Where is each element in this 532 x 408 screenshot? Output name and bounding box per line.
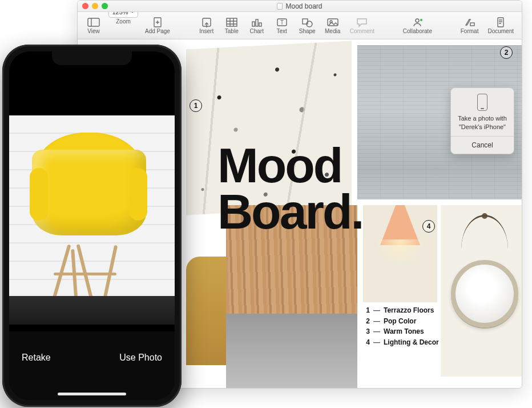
document-icon xyxy=(277,3,283,10)
board-heading[interactable]: Mood Board. xyxy=(217,142,362,235)
continuity-camera-popover: Take a photo with "Derek's iPhone" Cance… xyxy=(450,87,514,154)
image-mirror[interactable] xyxy=(441,205,522,377)
window-titlebar[interactable]: Mood board xyxy=(78,1,522,12)
sidebar-icon xyxy=(87,17,100,27)
text-icon: T xyxy=(276,17,288,27)
use-photo-button[interactable]: Use Photo xyxy=(119,353,162,363)
notch xyxy=(52,51,132,65)
cancel-button[interactable]: Cancel xyxy=(454,137,510,154)
iphone-screen: Retake Use Photo xyxy=(9,51,175,400)
phone-icon xyxy=(477,94,487,111)
svg-text:T: T xyxy=(280,19,284,26)
add-page-icon xyxy=(151,17,164,27)
image-fur-throw[interactable] xyxy=(226,314,357,388)
camera-action-bar: Retake Use Photo xyxy=(9,331,175,400)
text-button[interactable]: T Text xyxy=(271,14,293,37)
svg-rect-0 xyxy=(88,18,99,26)
iphone-device: Retake Use Photo xyxy=(2,45,182,407)
add-page-button[interactable]: Add Page xyxy=(142,14,174,37)
marker-4[interactable]: 4 xyxy=(422,220,435,233)
legend-row: 2—Pop Color xyxy=(363,316,439,327)
home-indicator[interactable] xyxy=(58,393,126,395)
image-pendant-lamp[interactable] xyxy=(363,205,437,302)
chart-button[interactable]: Chart xyxy=(245,14,268,37)
comment-icon xyxy=(356,17,368,27)
camera-photo-preview[interactable] xyxy=(9,115,175,325)
marker-1[interactable]: 1 xyxy=(190,99,202,112)
table-button[interactable]: Table xyxy=(220,14,243,37)
svg-point-22 xyxy=(420,19,422,21)
close-window-button[interactable] xyxy=(82,3,88,9)
document-button[interactable]: Document xyxy=(484,14,517,37)
svg-rect-23 xyxy=(470,23,474,26)
table-icon xyxy=(225,17,238,27)
svg-rect-14 xyxy=(259,23,261,26)
insert-icon xyxy=(200,17,213,27)
legend-row: 3—Warm Tones xyxy=(363,326,439,337)
zoom-control[interactable]: 125% Zoom xyxy=(107,14,139,37)
media-button[interactable]: Media xyxy=(321,14,344,37)
collaborate-icon xyxy=(411,17,424,27)
toolbar: View 125% Zoom Add Page Insert xyxy=(78,12,522,39)
chart-icon xyxy=(251,17,263,27)
legend-row: 4—Lighting & Decor xyxy=(363,337,439,348)
marker-2[interactable]: 2 xyxy=(500,46,513,59)
window-controls xyxy=(82,3,108,9)
document-icon xyxy=(494,17,507,27)
popover-message: Take a photo with "Derek's iPhone" xyxy=(454,114,510,136)
insert-button[interactable]: Insert xyxy=(195,14,218,37)
svg-point-21 xyxy=(416,19,419,22)
svg-rect-7 xyxy=(227,18,237,26)
maximize-window-button[interactable] xyxy=(102,3,108,9)
format-button[interactable]: Format xyxy=(457,14,482,37)
legend: 1—Terrazzo Floors 2—Pop Color 3—Warm Ton… xyxy=(363,305,439,347)
media-icon xyxy=(327,17,339,27)
comment-button[interactable]: Comment xyxy=(346,14,378,37)
view-button[interactable]: View xyxy=(82,14,105,37)
image-sofa-arm[interactable] xyxy=(186,257,226,365)
svg-rect-13 xyxy=(256,19,258,26)
legend-row: 1—Terrazzo Floors xyxy=(363,305,439,316)
collaborate-button[interactable]: Collaborate xyxy=(400,14,436,37)
format-icon xyxy=(464,17,476,27)
retake-button[interactable]: Retake xyxy=(22,353,51,363)
svg-rect-12 xyxy=(252,22,255,26)
shape-button[interactable]: Shape xyxy=(296,14,319,37)
svg-rect-24 xyxy=(498,18,503,27)
window-title: Mood board xyxy=(285,2,322,10)
minimize-window-button[interactable] xyxy=(92,3,98,9)
shape-icon xyxy=(301,17,313,27)
